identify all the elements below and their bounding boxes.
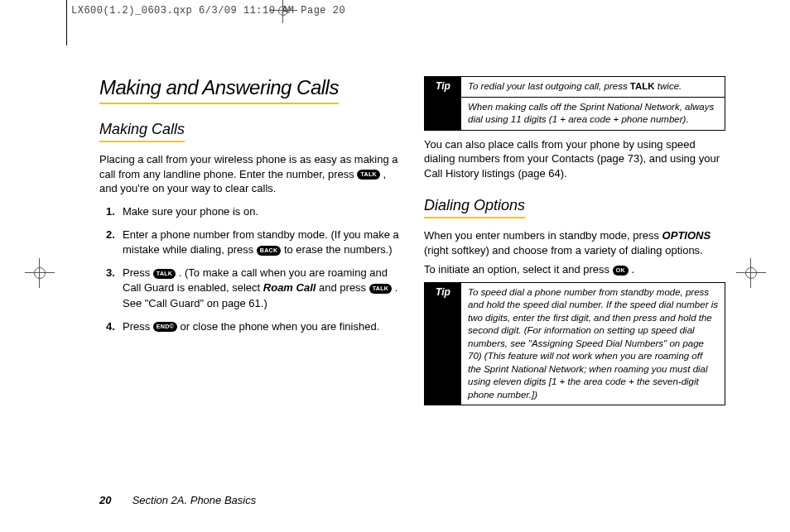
options-paragraph: When you enter numbers in standby mode, … [424,228,725,257]
step-2: Enter a phone number from standby mode. … [123,228,401,257]
tip-box-1: Tip To redial your last outgoing call, p… [424,76,725,131]
section-title-making-calls: Making Calls [99,121,185,142]
step-1: Make sure your phone is on. [123,204,401,219]
intro-text-before: Placing a call from your wireless phone … [99,153,398,180]
page-footer: 20 Section 2A. Phone Basics [99,494,256,506]
left-vertical-rule [66,0,67,46]
left-column: Making and Answering Calls Making Calls … [99,76,401,412]
talk-key-icon: TALK [357,170,379,180]
tip2-row1: To speed dial a phone number from standb… [461,283,725,405]
end-key-icon: END© [153,322,177,332]
step-4: Press END© or close the phone when you a… [123,319,401,334]
right-column: Tip To redial your last outgoing call, p… [424,76,725,412]
page-number: 20 [99,494,116,506]
initiate-text-b: . [631,263,634,276]
step-4-after: or close the phone when you are finished… [181,320,380,333]
step-3-mid2: and press [319,281,369,294]
roam-call-label: Roam Call [263,281,316,294]
tip-box-2: Tip To speed dial a phone number from st… [424,282,725,406]
tip1-row1-a: To redial your last outgoing call, press [468,81,630,91]
crop-mark-left [30,263,50,283]
initiate-paragraph: To initiate an option, select it and pre… [424,262,725,277]
talk-key-icon: TALK [369,284,392,294]
options-label: OPTIONS [662,229,711,242]
options-text-b: (right softkey) and choose from a variet… [424,244,703,256]
initiate-text-a: To initiate an option, select it and pre… [424,263,613,276]
crop-mark-right [741,263,761,283]
crop-mark-top [276,2,291,17]
page-body: Making and Answering Calls Making Calls … [99,76,725,506]
step-3-before: Press [123,266,153,279]
section-title-dialing-options: Dialing Options [424,197,525,218]
options-text-a: When you enter numbers in standby mode, … [424,229,662,242]
step-2-after: to erase the numbers.) [284,243,393,256]
step-3: Press TALK . (To make a call when you ar… [123,266,401,311]
preprint-header: LX600(1.2)_0603.qxp 6/3/09 11:10 AM Page… [71,5,345,17]
ok-key-icon: OK [613,266,629,276]
section-label: Section 2A. Phone Basics [132,494,257,506]
tip-label: Tip [425,77,461,130]
chapter-title: Making and Answering Calls [99,76,339,104]
tip1-row2: When making calls off the Sprint Nationa… [461,97,725,130]
step-4-before: Press [123,320,153,333]
tip1-row1: To redial your last outgoing call, press… [461,77,725,97]
tip-label: Tip [425,283,461,405]
steps-list: Make sure your phone is on. Enter a phon… [99,204,401,334]
speed-dial-paragraph: You can also place calls from your phone… [424,137,725,181]
step-1-text: Make sure your phone is on. [123,205,258,218]
talk-key-icon: TALK [153,269,176,279]
tip1-row1-talk: TALK [630,81,655,91]
tip1-row1-c: twice. [655,81,682,91]
intro-paragraph: Placing a call from your wireless phone … [99,152,401,196]
back-key-icon: BACK [257,246,281,256]
